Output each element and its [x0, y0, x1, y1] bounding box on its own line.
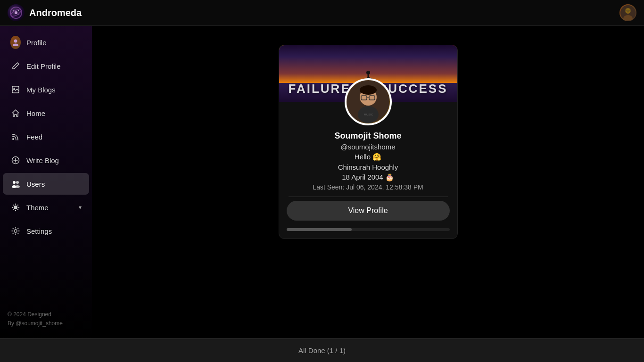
sidebar-label-users: Users — [26, 180, 45, 188]
theme-icon — [10, 202, 21, 213]
svg-point-30 — [17, 205, 18, 206]
feed-icon — [10, 132, 21, 142]
scroll-indicator — [287, 228, 450, 231]
svg-point-19 — [13, 181, 16, 184]
svg-point-26 — [12, 207, 13, 208]
profile-location: Chinsurah Hooghly — [289, 163, 448, 171]
svg-point-27 — [18, 207, 19, 208]
svg-point-2 — [15, 11, 17, 14]
svg-point-4 — [18, 14, 19, 15]
profile-lastseen: Last Seen: Jul 06, 2024, 12:58:38 PM — [289, 183, 448, 191]
edit-icon — [10, 61, 21, 71]
topbar-user-avatar[interactable] — [619, 4, 636, 21]
svg-point-41 — [360, 85, 377, 95]
sidebar-item-my-blogs[interactable]: My Blogs — [3, 79, 89, 100]
sidebar-item-home[interactable]: Home — [3, 102, 89, 124]
sidebar-item-theme[interactable]: Theme ▾ — [3, 197, 89, 218]
plus-icon — [10, 155, 21, 165]
profile-username: @soumojitshome — [289, 143, 448, 151]
svg-point-23 — [14, 206, 17, 209]
sidebar-item-feed[interactable]: Feed — [3, 126, 89, 148]
sidebar-item-edit-profile[interactable]: Edit Profile — [3, 55, 89, 77]
profile-card: FAILURE SUCCESS — [279, 45, 458, 239]
layout: Profile Edit Profile My Blogs — [0, 26, 644, 338]
view-profile-button[interactable]: View Profile — [287, 201, 450, 221]
svg-point-3 — [13, 10, 14, 11]
svg-point-22 — [15, 185, 20, 188]
person-icon — [10, 37, 21, 48]
chevron-down-icon: ▾ — [79, 204, 82, 211]
sidebar-label-settings: Settings — [26, 227, 52, 235]
profile-name: Soumojit Shome — [289, 131, 448, 141]
profile-bio: Hello 🤗 — [289, 153, 448, 161]
sidebar-item-settings[interactable]: Settings — [3, 220, 89, 242]
settings-icon — [10, 226, 21, 236]
topbar: Andromeda — [0, 0, 644, 26]
sidebar-label-home: Home — [26, 109, 45, 117]
svg-point-25 — [15, 210, 16, 211]
designed-by-text: By @soumojit_shome — [8, 319, 84, 328]
sidebar-label-feed: Feed — [26, 133, 42, 141]
svg-point-31 — [13, 209, 14, 210]
svg-point-11 — [14, 40, 17, 43]
sidebar-label-edit-profile: Edit Profile — [26, 62, 61, 70]
svg-point-7 — [625, 8, 631, 14]
copyright-text: © 2024 Designed — [8, 310, 84, 319]
svg-point-28 — [13, 205, 14, 206]
svg-point-15 — [12, 138, 14, 140]
sidebar-label-my-blogs: My Blogs — [26, 86, 56, 94]
svg-point-5 — [18, 10, 19, 11]
all-done-text: All Done (1 / 1) — [298, 346, 346, 354]
svg-text:MUSIC: MUSIC — [364, 113, 373, 116]
sidebar-label-profile: Profile — [26, 39, 47, 47]
home-icon — [10, 108, 21, 118]
svg-point-12 — [13, 44, 18, 47]
profile-info: Soumojit Shome @soumojitshome Hello 🤗 Ch… — [279, 125, 457, 197]
svg-point-24 — [15, 204, 16, 205]
topbar-left: Andromeda — [8, 4, 82, 21]
profile-dob: 18 April 2004 🎂 — [289, 173, 448, 181]
app-title: Andromeda — [29, 8, 82, 18]
sidebar-label-write-blog: Write Blog — [26, 156, 59, 165]
svg-point-33 — [366, 71, 370, 74]
svg-point-20 — [16, 181, 19, 184]
app-logo — [8, 4, 25, 21]
sidebar: Profile Edit Profile My Blogs — [0, 26, 92, 338]
sidebar-item-profile[interactable]: Profile — [3, 32, 89, 53]
sidebar-item-write-blog[interactable]: Write Blog — [3, 149, 89, 171]
svg-point-32 — [14, 230, 17, 232]
image-icon — [10, 84, 21, 95]
profile-divider — [289, 197, 448, 197]
profile-avatar-wrapper: MUSIC — [279, 78, 457, 125]
bottom-bar: All Done (1 / 1) — [0, 338, 644, 362]
sidebar-label-theme: Theme — [26, 204, 49, 212]
svg-point-29 — [17, 209, 18, 210]
main-content: FAILURE SUCCESS — [92, 26, 644, 338]
users-icon — [10, 179, 21, 189]
sidebar-item-users[interactable]: Users — [3, 173, 89, 195]
sidebar-footer: © 2024 Designed By @soumojit_shome — [0, 304, 92, 334]
profile-avatar: MUSIC — [345, 78, 392, 125]
